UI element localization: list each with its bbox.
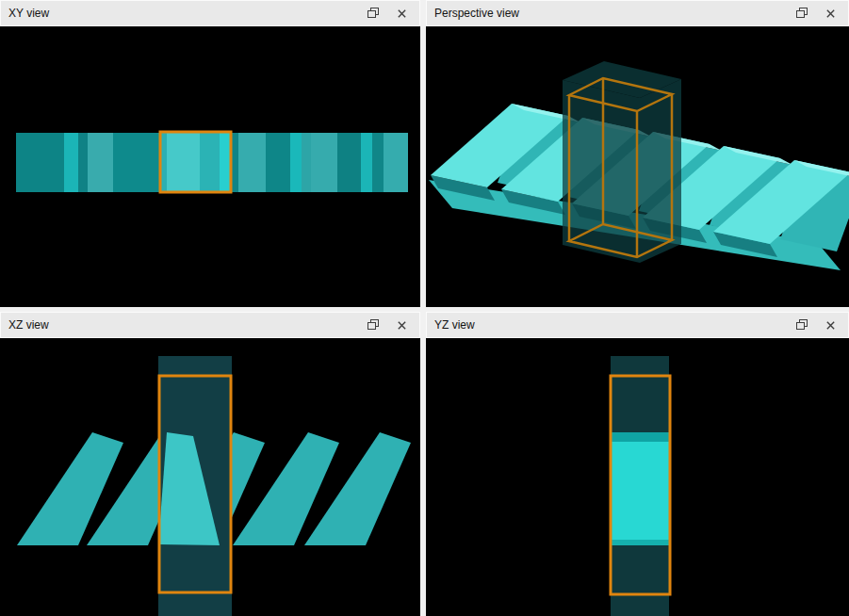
xy-scene[interactable] (0, 26, 420, 307)
close-icon[interactable] (395, 318, 408, 332)
titlebar-xy[interactable]: XY view (0, 0, 420, 26)
yz-scene[interactable] (426, 338, 849, 616)
xy-volume-stripe (302, 133, 311, 192)
panel-xz: XZ view (0, 312, 420, 616)
xy-volume-stripe (113, 133, 160, 192)
xy-volume-stripe (337, 133, 361, 192)
close-icon[interactable] (395, 7, 408, 20)
titlebar-buttons (367, 7, 408, 20)
panel-title-xy: XY view (8, 7, 367, 20)
xz-scene[interactable] (0, 338, 420, 616)
xy-volume-stripe (167, 133, 200, 192)
close-icon[interactable] (824, 318, 837, 332)
xy-volume-stripe (64, 133, 78, 192)
float-window-icon[interactable] (795, 7, 808, 20)
panel-perspective: Perspective view (426, 0, 849, 307)
yz-intensity-segment (611, 442, 669, 540)
viewport-xz-render[interactable] (0, 338, 420, 616)
persp-selection-volume-face (563, 80, 640, 263)
titlebar-xz[interactable]: XZ view (0, 312, 420, 338)
xy-volume-stripe (311, 133, 337, 192)
xy-volume-stripe (361, 133, 372, 192)
xy-volume-stripe (238, 133, 266, 192)
panel-title-yz: YZ view (434, 318, 795, 332)
xy-volume-stripe (16, 133, 64, 192)
xy-volume-stripe (78, 133, 88, 192)
xy-volume-stripe (266, 133, 290, 192)
float-window-icon[interactable] (367, 7, 380, 20)
yz-intensity-segment (611, 540, 669, 545)
xy-volume-stripe (290, 133, 302, 192)
float-window-icon[interactable] (795, 318, 808, 332)
viewport-yz-render[interactable] (426, 338, 849, 616)
titlebar-buttons (795, 7, 837, 20)
xy-volume-stripe (372, 133, 384, 192)
viewport-xy-render[interactable] (0, 26, 420, 307)
panel-title-xz: XZ view (8, 318, 367, 332)
xy-volume-stripe (88, 133, 113, 192)
viewport-grid: XY view Perspective view (0, 0, 849, 616)
panel-yz: YZ view (426, 312, 849, 616)
yz-intensity-segment (611, 432, 669, 442)
titlebar-yz[interactable]: YZ view (426, 312, 849, 338)
xy-volume-stripe (200, 133, 220, 192)
xy-volume-stripe (220, 133, 231, 192)
xy-volume-stripe (384, 133, 408, 192)
titlebar-perspective[interactable]: Perspective view (426, 0, 849, 26)
titlebar-buttons (367, 318, 408, 332)
perspective-scene[interactable] (426, 26, 849, 307)
titlebar-buttons (795, 318, 837, 332)
panel-title-perspective: Perspective view (434, 7, 795, 20)
float-window-icon[interactable] (367, 318, 380, 332)
viewport-perspective-render[interactable] (426, 26, 849, 307)
close-icon[interactable] (824, 7, 837, 20)
panel-xy: XY view (0, 0, 420, 307)
